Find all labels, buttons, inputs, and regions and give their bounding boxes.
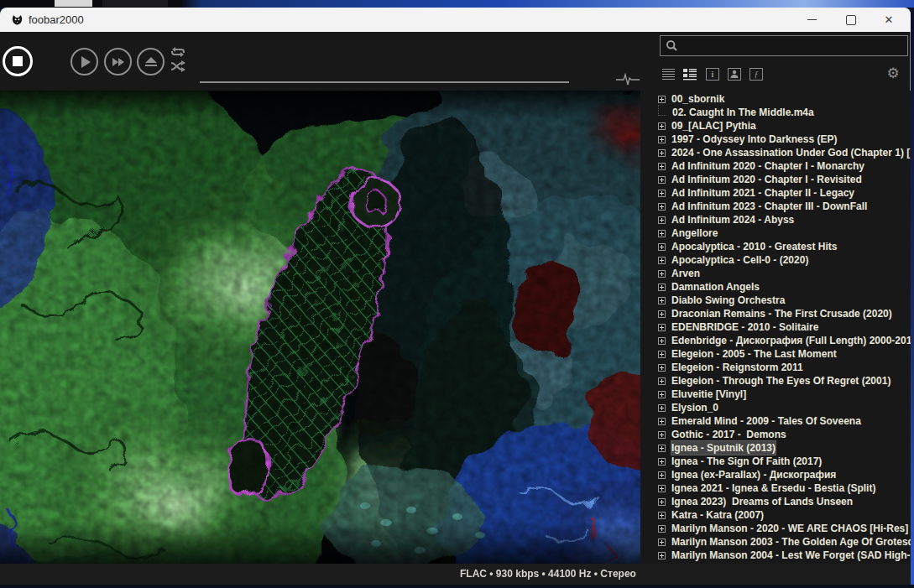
library-item[interactable]: Angellore <box>640 226 911 240</box>
library-item-label: Ignea 2023) Dreams of Lands Unseen <box>671 495 853 508</box>
tree-expander-icon[interactable] <box>658 190 666 197</box>
library-item-label: Elegeion - 2005 - The Last Moment <box>671 347 837 361</box>
library-item[interactable]: Marilyn Manson 2004 - Lest We Forget (SA… <box>640 549 911 562</box>
library-item[interactable]: Marilyn Manson 2003 - The Golden Age Of … <box>640 535 911 549</box>
titlebar[interactable]: foobar2000 ✕ <box>0 8 911 32</box>
playlist-view-icon[interactable] <box>661 66 676 81</box>
library-item[interactable]: Ignea (ex-Parallax) - Дискография <box>640 468 911 481</box>
library-tree[interactable]: 00_sbornik02. Caught In The Middle.m4a09… <box>640 91 911 564</box>
tree-expander-icon[interactable] <box>658 458 666 466</box>
library-item-label: Apocalyptica - 2010 - Greatest Hits <box>671 240 837 253</box>
gear-icon[interactable]: ⚙ <box>885 65 901 82</box>
tree-expander-icon[interactable] <box>658 498 666 506</box>
tree-expander-icon[interactable] <box>658 96 666 103</box>
library-item[interactable]: 00_sbornik <box>640 92 911 106</box>
library-item[interactable]: Ad Infinitum 2023 - Chapter III - DownFa… <box>640 200 911 213</box>
tree-expander-icon[interactable] <box>658 485 666 492</box>
shuffle-icon[interactable] <box>170 60 185 72</box>
library-item[interactable]: Ignea 2021 - Ignea & Ersedu - Bestia (Sp… <box>640 481 911 495</box>
library-item[interactable]: EDENBRIDGE - 2010 - Solitaire <box>640 320 911 334</box>
library-item[interactable]: Ignea 2023) Dreams of Lands Unseen <box>640 495 911 508</box>
search-input[interactable] <box>682 35 907 56</box>
library-item-label: Ad Infinitum 2021 - Chapter II - Legacy <box>671 186 854 200</box>
tree-expander-icon[interactable] <box>658 418 666 425</box>
tree-expander-icon[interactable] <box>658 243 666 251</box>
next-track-button[interactable] <box>104 48 132 75</box>
library-item[interactable]: Elysion_0 <box>640 401 911 414</box>
library-item[interactable]: Katra - Katra (2007) <box>640 508 911 522</box>
tree-expander-icon[interactable] <box>658 351 666 358</box>
library-item[interactable]: Apocalyptica - Cell-0 - (2020) <box>640 253 911 267</box>
screen: foobar2000 ✕ <box>0 0 914 588</box>
library-item-label: 2024 - One Assassination Under God (Chap… <box>671 146 910 159</box>
library-item[interactable]: Elegeion - 2005 - The Last Moment <box>640 347 911 361</box>
tree-expander-icon[interactable] <box>658 539 666 546</box>
tree-expander-icon[interactable] <box>658 445 666 452</box>
play-button[interactable] <box>71 48 98 75</box>
library-item[interactable]: Draconian Remains - The First Crusade (2… <box>640 307 911 320</box>
library-item[interactable]: Ignea - Sputnik (2013) <box>640 441 911 455</box>
library-item[interactable]: Ad Infinitum 2021 - Chapter II - Legacy <box>640 186 911 200</box>
tree-expander-icon[interactable] <box>658 324 666 331</box>
library-item[interactable]: 09_[ALAC] Pythia <box>640 119 911 133</box>
tree-expander-icon[interactable] <box>658 404 666 412</box>
tree-expander-icon[interactable] <box>658 136 666 143</box>
tree-expander-icon[interactable] <box>658 310 666 318</box>
library-item[interactable]: 2024 - One Assassination Under God (Chap… <box>640 146 911 159</box>
tree-expander-icon[interactable] <box>658 552 666 559</box>
library-item[interactable]: Edenbridge - Дискография (Full Length) 2… <box>640 334 911 347</box>
tree-expander-icon[interactable] <box>658 122 666 130</box>
eject-button[interactable] <box>137 48 165 75</box>
tree-expander-icon[interactable] <box>658 216 666 224</box>
tree-expander-icon[interactable] <box>658 337 666 345</box>
library-item[interactable]: 02. Caught In The Middle.m4a <box>640 106 911 119</box>
tree-expander-icon[interactable] <box>658 284 666 291</box>
tree-expander-icon[interactable] <box>658 163 666 170</box>
tree-expander-icon[interactable] <box>658 203 666 211</box>
library-item[interactable]: Emerald Mind - 2009 - Tales Of Soveena <box>640 414 911 428</box>
tree-expander-icon[interactable] <box>658 391 666 398</box>
tree-expander-icon[interactable] <box>658 149 666 157</box>
tree-expander-icon[interactable] <box>658 176 666 184</box>
tree-expander-icon[interactable] <box>658 364 666 372</box>
library-item[interactable]: Arven <box>640 267 911 280</box>
artist-view-icon[interactable] <box>727 66 742 81</box>
tree-expander-icon[interactable] <box>658 257 666 264</box>
library-item[interactable]: Ad Infinitum 2020 - Chapter I - Revisite… <box>640 173 911 186</box>
library-item[interactable]: Elegeion - Through The Eyes Of Regret (2… <box>640 374 911 388</box>
tree-expander-icon[interactable] <box>658 377 666 385</box>
library-item[interactable]: Marilyn Manson - 2020 - WE ARE CHAOS [Hi… <box>640 522 911 535</box>
library-item-label: Apocalyptica - Cell-0 - (2020) <box>671 253 808 267</box>
maximize-button[interactable] <box>832 8 870 32</box>
library-item[interactable]: Apocalyptica - 2010 - Greatest Hits <box>640 240 911 253</box>
lyrics-view-icon[interactable]: ƒ <box>749 66 764 81</box>
close-button[interactable]: ✕ <box>870 8 908 32</box>
repeat-icon[interactable] <box>170 46 185 58</box>
seekbar[interactable] <box>200 81 569 83</box>
library-item[interactable]: Ad Infinitum 2020 - Chapter I - Monarchy <box>640 159 911 173</box>
tree-expander-icon[interactable] <box>658 471 666 479</box>
library-item[interactable]: Diablo Swing Orchestra <box>640 294 911 307</box>
tree-expander-icon[interactable] <box>658 297 666 304</box>
album-art-visualization <box>0 91 640 564</box>
info-view-icon[interactable]: i <box>705 66 720 81</box>
tree-expander-icon[interactable] <box>658 230 666 237</box>
search-box[interactable] <box>660 35 908 56</box>
library-item[interactable]: Gothic - 2017 - Demons <box>640 428 911 441</box>
tree-expander-icon[interactable] <box>658 512 666 519</box>
library-item[interactable]: Damnation Angels <box>640 280 911 294</box>
tree-expander-icon[interactable] <box>658 525 666 533</box>
stop-button[interactable] <box>3 46 33 76</box>
library-item[interactable]: Ad Infinitum 2024 - Abyss <box>640 213 911 226</box>
library-item[interactable]: 1997 - Odyssey Into Darkness (EP) <box>640 133 911 146</box>
album-list-view-icon[interactable] <box>682 66 697 81</box>
library-item[interactable]: Ignea - The Sign Of Faith (2017) <box>640 455 911 468</box>
library-item-label: Eluveitie [Vinyl] <box>671 388 746 401</box>
tree-expander-icon[interactable] <box>658 431 666 439</box>
library-item-label: Arven <box>671 267 700 280</box>
tree-connector <box>658 105 666 116</box>
library-item[interactable]: Eluveitie [Vinyl] <box>640 388 911 401</box>
tree-expander-icon[interactable] <box>658 270 666 278</box>
library-item[interactable]: Elegeion - Reignstorm 2011 <box>640 361 911 374</box>
minimize-button[interactable] <box>792 8 831 32</box>
